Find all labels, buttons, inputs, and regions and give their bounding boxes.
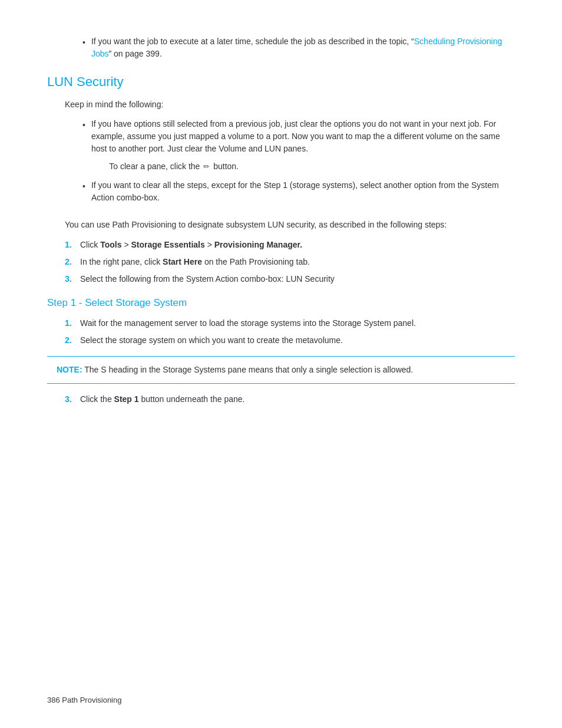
bullet-dot: • xyxy=(82,37,85,49)
intro-bullet-item: • If you want the job to execute at a la… xyxy=(82,35,515,60)
step1-bold3: Provisioning Manager. xyxy=(214,240,302,249)
step1-mid2: > xyxy=(205,240,214,249)
step3-after: button underneath the pane. xyxy=(139,394,245,404)
step3-bold: Step 1 xyxy=(114,394,139,404)
lun-step-3: 3. Select the following from the System … xyxy=(65,273,515,285)
step-num-2: 2. xyxy=(65,256,75,268)
eraser-icon: ✏ xyxy=(203,161,210,173)
clear-note-suffix: button. xyxy=(213,162,239,171)
step1-item-2-text: Select the storage system on which you w… xyxy=(80,334,343,347)
footer-text: 386 Path Provisioning xyxy=(47,696,121,704)
lun-bullet-1-text: If you have options still selected from … xyxy=(91,118,515,155)
step1-before: Click xyxy=(80,240,100,249)
page-footer: 386 Path Provisioning xyxy=(47,696,121,704)
intro-text-after: ” on page 399. xyxy=(108,49,161,58)
step-num-1: 1. xyxy=(65,239,75,251)
lun-bullet-2-text: If you want to clear all the steps, exce… xyxy=(91,179,515,204)
keep-in-mind-text: Keep in mind the following: xyxy=(65,98,515,111)
step-1-text: Click Tools > Storage Essentials > Provi… xyxy=(80,239,302,251)
step1-item-1-text: Wait for the management server to load t… xyxy=(80,317,416,330)
note-body: The S heading in the Storage Systems pan… xyxy=(84,365,413,374)
intro-bullet-section: • If you want the job to execute at a la… xyxy=(82,35,515,60)
step1-item-num-2: 2. xyxy=(65,334,75,347)
clear-note-text: To clear a pane, click the xyxy=(109,162,200,171)
lun-step-1: 1. Click Tools > Storage Essentials > Pr… xyxy=(65,239,515,251)
step2-before: In the right pane, click xyxy=(80,257,163,266)
bullet-dot-1: • xyxy=(82,119,85,131)
step1-heading: Step 1 - Select Storage System xyxy=(47,297,515,309)
step1-step3-text: Click the Step 1 button underneath the p… xyxy=(80,393,244,406)
step1-bold1: Tools xyxy=(100,240,121,249)
lun-steps-list: 1. Click Tools > Storage Essentials > Pr… xyxy=(65,239,515,285)
lun-step-2: 2. In the right pane, click Start Here o… xyxy=(65,256,515,268)
step-3-text: Select the following from the System Act… xyxy=(80,273,335,285)
step-2-text: In the right pane, click Start Here on t… xyxy=(80,256,310,268)
step1-mid1: > xyxy=(122,240,131,249)
lun-bullet-1: • If you have options still selected fro… xyxy=(82,118,515,155)
lun-security-heading: LUN Security xyxy=(47,74,515,90)
step2-bold1: Start Here xyxy=(163,257,202,266)
step1-item-2: 2. Select the storage system on which yo… xyxy=(65,334,515,347)
step1-item-num-1: 1. xyxy=(65,317,75,330)
note-box: NOTE: The S heading in the Storage Syste… xyxy=(47,356,515,384)
lun-bullet-2: • If you want to clear all the steps, ex… xyxy=(82,179,515,204)
step1-step3-num: 3. xyxy=(65,393,75,406)
lun-security-bullets: • If you have options still selected fro… xyxy=(82,118,515,204)
step2-after: on the Path Provisioning tab. xyxy=(202,257,310,266)
intro-text-before: If you want the job to execute at a late… xyxy=(91,37,414,46)
step1-bold2: Storage Essentials xyxy=(131,240,205,249)
step1-list: 1. Wait for the management server to loa… xyxy=(65,317,515,347)
step1-item-1: 1. Wait for the management server to loa… xyxy=(65,317,515,330)
step3-before: Click the xyxy=(80,394,114,404)
body-paragraph: You can use Path Provisioning to designa… xyxy=(65,218,515,231)
step1-step3-list: 3. Click the Step 1 button underneath th… xyxy=(65,393,515,406)
intro-bullet-text: If you want the job to execute at a late… xyxy=(91,35,515,60)
bullet-dot-2: • xyxy=(82,180,85,193)
clear-note: To clear a pane, click the ✏ button. xyxy=(100,160,515,173)
step1-step3-item: 3. Click the Step 1 button underneath th… xyxy=(65,393,515,406)
step-num-3: 3. xyxy=(65,273,75,285)
note-label: NOTE: xyxy=(57,365,82,374)
page-container: • If you want the job to execute at a la… xyxy=(0,0,562,728)
